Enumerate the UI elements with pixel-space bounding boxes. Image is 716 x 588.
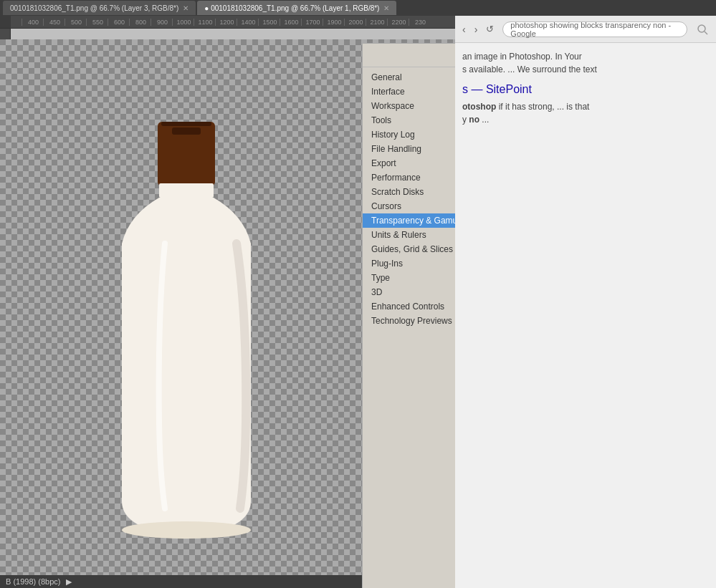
- browser-address-bar[interactable]: photoshop showing blocks transparency no…: [502, 21, 687, 37]
- sidebar-item-transparency[interactable]: Transparency & Gamut: [363, 213, 468, 228]
- sidebar-item-3d[interactable]: 3D: [363, 285, 468, 299]
- ruler-mark: 1500: [258, 19, 280, 26]
- ruler-mark: 1200: [215, 19, 237, 26]
- preferences-sidebar: General Interface Workspace Tools Histor…: [363, 67, 469, 587]
- browser-link-sitepoint[interactable]: s — SitePoint: [462, 83, 709, 96]
- tab-label-layer1: ● 0010181032806_T1.png @ 66.7% (Layer 1,…: [204, 4, 379, 12]
- browser-toolbar: ‹ › ↺ photoshop showing blocks transpare…: [455, 16, 716, 43]
- tab-bar: 0010181032806_T1.png @ 66.7% (Layer 3, R…: [0, 0, 716, 16]
- sidebar-item-unitsrulers[interactable]: Units & Rulers: [363, 228, 468, 242]
- ruler-mark: 2200: [387, 19, 409, 26]
- svg-point-7: [698, 25, 705, 32]
- sidebar-item-export[interactable]: Export: [363, 156, 468, 170]
- ruler-mark: 1600: [280, 19, 301, 26]
- sidebar-item-tech[interactable]: Technology Previews: [363, 314, 468, 328]
- bottle-image: [57, 82, 315, 584]
- sidebar-item-performance[interactable]: Performance: [363, 170, 468, 185]
- ruler-mark: 1700: [301, 19, 323, 26]
- sidebar-item-type[interactable]: Type: [363, 271, 468, 285]
- status-expand-icon[interactable]: ▶: [66, 577, 72, 587]
- sidebar-item-guides[interactable]: Guides, Grid & Slices: [363, 242, 468, 256]
- browser-content: an image in Photoshop. In Your s availab…: [455, 43, 716, 588]
- close-tab-layer3[interactable]: ✕: [183, 4, 188, 12]
- svg-rect-5: [159, 183, 214, 198]
- browser-text-1: an image in Photoshop. In Your: [462, 50, 709, 63]
- ruler-mark: 900: [151, 19, 172, 26]
- browser-back-icon[interactable]: ‹: [462, 24, 466, 35]
- browser-bold-text: otoshop: [462, 102, 496, 112]
- sidebar-item-historylog[interactable]: History Log: [363, 127, 468, 142]
- svg-line-8: [705, 32, 707, 34]
- ruler-mark: 230: [409, 19, 430, 26]
- tab-label-layer3: 0010181032806_T1.png @ 66.7% (Layer 3, R…: [10, 4, 178, 12]
- sidebar-item-enhanced[interactable]: Enhanced Controls: [363, 299, 468, 314]
- sidebar-item-general[interactable]: General: [363, 70, 468, 85]
- sidebar-item-scratchdisks[interactable]: Scratch Disks: [363, 185, 468, 199]
- browser-forward-icon[interactable]: ›: [474, 24, 478, 35]
- sidebar-item-plugins[interactable]: Plug-Ins: [363, 256, 468, 271]
- tab-layer3[interactable]: 0010181032806_T1.png @ 66.7% (Layer 3, R…: [3, 1, 196, 15]
- close-tab-layer1[interactable]: ✕: [383, 4, 389, 12]
- ruler-mark: 2000: [344, 19, 366, 26]
- ruler-mark: 550: [86, 19, 108, 26]
- browser-bold-no: no: [469, 115, 479, 125]
- ruler-mark: 500: [65, 19, 86, 26]
- sidebar-item-interface[interactable]: Interface: [363, 85, 468, 99]
- browser-search-icon2: [696, 23, 709, 36]
- browser-text-4: y no ...: [462, 113, 709, 126]
- sidebar-item-cursors[interactable]: Cursors: [363, 199, 468, 213]
- svg-rect-4: [172, 127, 201, 135]
- svg-rect-3: [161, 122, 211, 126]
- sidebar-item-filehandling[interactable]: File Handling: [363, 142, 468, 156]
- sidebar-item-tools[interactable]: Tools: [363, 113, 468, 127]
- ruler-mark: 450: [43, 19, 65, 26]
- ruler-mark: 400: [22, 19, 43, 26]
- browser-text-2: s available. ... We surround the text: [462, 63, 709, 76]
- svg-point-6: [122, 521, 251, 539]
- sidebar-item-workspace[interactable]: Workspace: [363, 99, 468, 113]
- browser-reload-icon[interactable]: ↺: [486, 24, 494, 34]
- status-text: B (1998) (8bpc): [6, 577, 60, 586]
- ruler-mark: 2100: [366, 19, 387, 26]
- ruler-mark: 1100: [194, 19, 215, 26]
- ruler-mark: 1900: [323, 19, 344, 26]
- tab-layer1[interactable]: ● 0010181032806_T1.png @ 66.7% (Layer 1,…: [197, 1, 396, 15]
- browser-url-text: photoshop showing blocks transparency no…: [510, 21, 679, 38]
- ruler-mark: 1400: [237, 19, 258, 26]
- browser-text-3: otoshop if it has strong, ... is that: [462, 100, 709, 113]
- ruler-mark: 1000: [172, 19, 194, 26]
- ruler-mark: 600: [108, 19, 129, 26]
- ruler-mark: 800: [129, 19, 151, 26]
